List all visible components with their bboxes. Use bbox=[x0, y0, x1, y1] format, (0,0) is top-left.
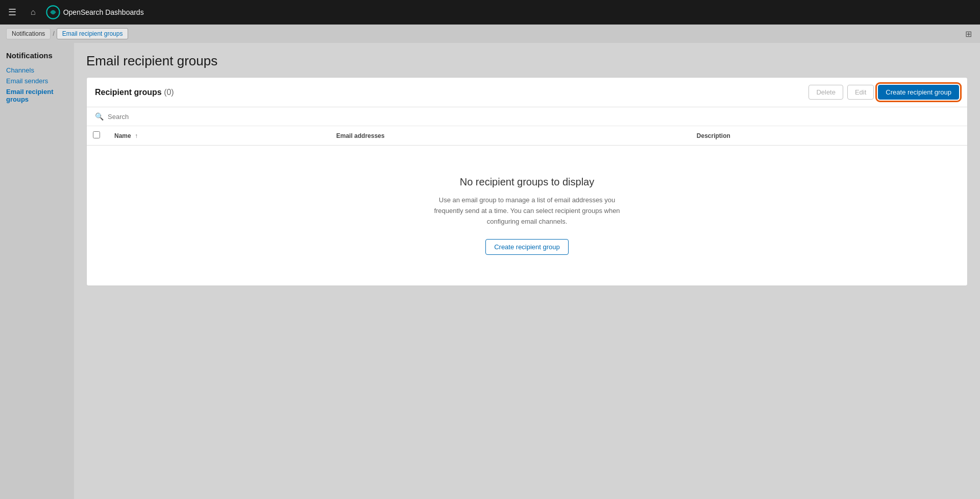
empty-state: No recipient groups to display Use an em… bbox=[87, 146, 967, 286]
name-column-header[interactable]: Name ↑ bbox=[106, 126, 328, 146]
app-logo: OpenSearch Dashboards bbox=[46, 5, 144, 19]
header-buttons: Delete Edit Create recipient group bbox=[808, 85, 959, 100]
empty-state-row: No recipient groups to display Use an em… bbox=[87, 146, 967, 286]
search-input[interactable] bbox=[108, 113, 959, 121]
table-panel: Recipient groups (0) Delete Edit Create … bbox=[86, 77, 968, 286]
empty-state-title: No recipient groups to display bbox=[97, 176, 957, 188]
empty-state-create-button[interactable]: Create recipient group bbox=[485, 239, 569, 255]
select-all-header bbox=[87, 126, 106, 146]
sidebar-item-channels[interactable]: Channels bbox=[6, 65, 68, 76]
breadcrumb-notifications[interactable]: Notifications bbox=[6, 28, 51, 39]
search-icon: 🔍 bbox=[95, 112, 104, 121]
content-area: Email recipient groups Recipient groups … bbox=[74, 43, 980, 499]
edit-button[interactable]: Edit bbox=[847, 85, 874, 100]
name-sort-arrow: ↑ bbox=[135, 132, 138, 139]
breadcrumb-separator: / bbox=[53, 30, 54, 37]
sidebar: Notifications Channels Email senders Ema… bbox=[0, 43, 74, 499]
home-button[interactable]: ⌂ bbox=[27, 6, 40, 19]
logo-icon bbox=[46, 5, 60, 19]
app-name: OpenSearch Dashboards bbox=[63, 8, 144, 16]
sidebar-title: Notifications bbox=[6, 51, 68, 60]
hamburger-button[interactable]: ☰ bbox=[6, 5, 18, 20]
empty-state-cell: No recipient groups to display Use an em… bbox=[87, 146, 967, 286]
table-title: Recipient groups (0) bbox=[95, 88, 808, 97]
empty-state-description: Use an email group to manage a list of e… bbox=[430, 195, 624, 227]
sidebar-item-email-senders[interactable]: Email senders bbox=[6, 76, 68, 86]
table-header: Recipient groups (0) Delete Edit Create … bbox=[87, 78, 967, 107]
breadcrumb-email-recipient-groups[interactable]: Email recipient groups bbox=[57, 28, 129, 39]
data-table: Name ↑ Email addresses Description No re… bbox=[87, 126, 967, 286]
search-bar: 🔍 bbox=[87, 107, 967, 126]
create-recipient-group-button[interactable]: Create recipient group bbox=[878, 85, 959, 100]
table-count: (0) bbox=[164, 88, 174, 97]
table-header-row: Name ↑ Email addresses Description bbox=[87, 126, 967, 146]
select-all-checkbox[interactable] bbox=[93, 131, 100, 138]
description-column-header: Description bbox=[689, 126, 967, 146]
main-layout: Notifications Channels Email senders Ema… bbox=[0, 43, 980, 499]
top-nav: ☰ ⌂ OpenSearch Dashboards bbox=[0, 0, 980, 25]
delete-button[interactable]: Delete bbox=[808, 85, 843, 100]
email-addresses-column-header: Email addresses bbox=[328, 126, 689, 146]
breadcrumb-bar: Notifications / Email recipient groups ⊞ bbox=[0, 25, 980, 43]
dashboard-icon-button[interactable]: ⊞ bbox=[963, 27, 974, 41]
page-title: Email recipient groups bbox=[86, 53, 968, 69]
sidebar-item-email-recipient-groups[interactable]: Email recipient groups bbox=[6, 86, 68, 105]
